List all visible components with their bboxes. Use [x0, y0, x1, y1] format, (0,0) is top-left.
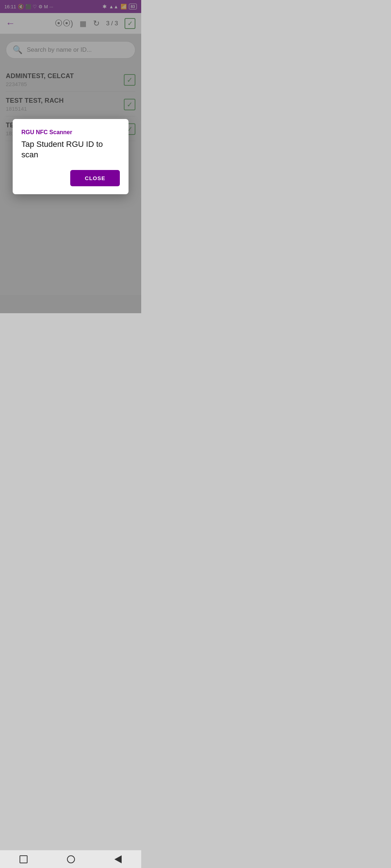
dialog-message: Tap Student RGU ID to scan: [21, 139, 120, 160]
dialog-overlay: RGU NFC Scanner Tap Student RGU ID to sc…: [0, 0, 141, 313]
dialog: RGU NFC Scanner Tap Student RGU ID to sc…: [13, 119, 129, 194]
close-button[interactable]: CLOSE: [70, 170, 120, 186]
dialog-actions: CLOSE: [21, 170, 120, 186]
dialog-title: RGU NFC Scanner: [21, 129, 120, 136]
